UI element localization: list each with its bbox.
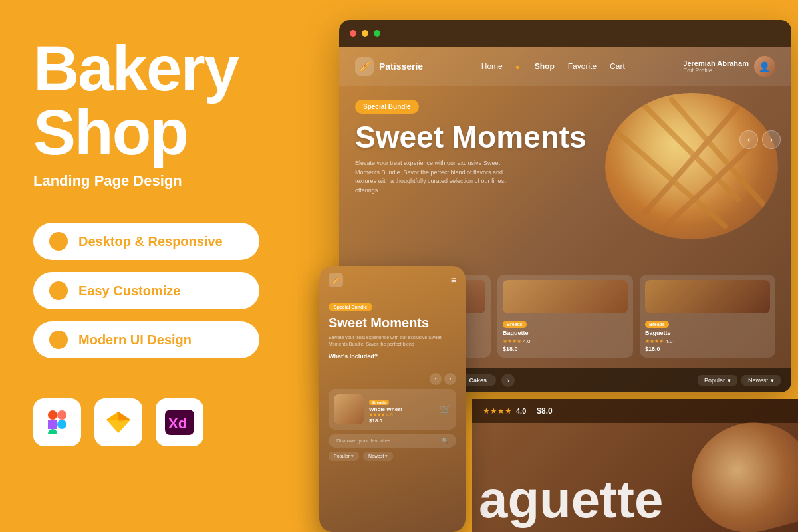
mobile-search-bar[interactable]: Discover your favorites... 🔍	[329, 434, 456, 448]
user-subtitle: Edit Profile	[683, 67, 749, 74]
feature-pill-modern: Modern UI Design	[33, 321, 259, 358]
mobile-mockup: 🥖 ≡ Special Bundle Sweet Moments Elevate…	[319, 266, 466, 532]
product-badge-2: Breads	[645, 321, 669, 328]
hero-description: Elevate your treat experience with our e…	[355, 159, 515, 195]
mobile-product-info: Breads Whole Wheat ★★★★ 4.0 $18.0	[369, 394, 434, 424]
svg-rect-1	[57, 410, 66, 420]
product-price-1: $18.0	[503, 346, 628, 352]
nav-user: Jeremiah Abraham Edit Profile 👤	[683, 56, 775, 77]
mobile-product-name: Whole Wheat	[369, 406, 434, 412]
product-stars-2: ★★★★ 4.0	[645, 338, 770, 344]
mobile-arrows: ‹ ›	[319, 373, 466, 385]
sort-newest[interactable]: Newest ▾	[741, 375, 781, 386]
nav-cart[interactable]: Cart	[610, 62, 625, 71]
nav-favorite[interactable]: Favorite	[568, 62, 597, 71]
hero-badge: Special Bundle	[355, 100, 419, 114]
sort-popular-chevron: ▾	[728, 377, 731, 384]
product-stars-1: ★★★★ 4.0	[503, 338, 628, 344]
sketch-icon-container	[94, 398, 142, 446]
mobile-product-rating: 4.0	[386, 412, 393, 417]
product-image-2	[645, 280, 770, 313]
feature-label-desktop: Desktop & Responsive	[78, 234, 223, 249]
page-title: Bakery Shop	[33, 37, 299, 164]
tool-icons-row: Xd	[33, 398, 299, 446]
mobile-prev[interactable]: ‹	[430, 373, 442, 385]
product-rating-2: 4.0	[665, 338, 672, 344]
svg-text:Xd: Xd	[168, 415, 187, 432]
product-name-2: Baguette	[645, 330, 770, 336]
mobile-product-cart[interactable]: 🛒	[440, 404, 451, 414]
mobile-section-title: What's Included?	[329, 353, 456, 360]
feature-label-modern: Modern UI Design	[78, 332, 192, 348]
mobile-product-price: $18.0	[369, 418, 434, 424]
nav-home[interactable]: Home	[481, 62, 503, 71]
pill-dot-desktop	[49, 232, 68, 251]
figma-logo	[48, 410, 66, 434]
mobile-title: Sweet Moments	[329, 315, 456, 331]
mobile-nav: 🥖 ≡	[319, 266, 466, 294]
svg-rect-0	[48, 410, 57, 420]
product-image-1	[503, 280, 628, 313]
product-rating-1: 4.0	[523, 338, 530, 344]
filter-next[interactable]: ›	[501, 374, 515, 387]
mobile-product-image	[334, 394, 364, 424]
xd-logo: Xd	[165, 410, 194, 435]
mobile-desc: Elevate your treat experience with our e…	[329, 334, 456, 348]
bottom-stars: ★★★★	[483, 406, 512, 416]
browser-dot-red	[350, 30, 356, 37]
mobile-sort-popular[interactable]: Popular ▾	[329, 452, 359, 461]
pill-dot-customize	[49, 281, 68, 300]
mobile-product-row: Breads Whole Wheat ★★★★ 4.0 $18.0 🛒	[329, 389, 456, 430]
baguette-image	[680, 410, 798, 532]
mobile-search-placeholder: Discover your favorites...	[336, 438, 395, 444]
hero-pie-image	[605, 93, 778, 239]
nav-shop[interactable]: Shop	[535, 62, 555, 71]
product-badge-1: Breads	[503, 321, 527, 328]
figma-icon-container	[33, 398, 81, 446]
feature-label-customize: Easy Customize	[78, 283, 180, 299]
rating-bar: ★★★★ 4.0 $8.0	[472, 399, 798, 423]
mobile-hero: Special Bundle Sweet Moments Elevate you…	[319, 294, 466, 370]
mobile-sort-newest[interactable]: Newest ▾	[363, 452, 393, 461]
user-name: Jeremiah Abraham	[683, 59, 749, 67]
next-arrow[interactable]: ›	[762, 130, 781, 149]
sort-newest-chevron: ▾	[771, 377, 774, 384]
baguette-text-label: aguette	[479, 470, 663, 529]
pie-lattice	[605, 93, 778, 239]
mobile-product-stars: ★★★★ 4.0	[369, 412, 434, 418]
feature-pill-customize: Easy Customize	[33, 272, 259, 309]
desktop-navbar: 🥖 Patisserie Home Shop Favorite Cart Jer…	[339, 47, 791, 86]
product-card-1: Breads Baguette ★★★★ 4.0 $18.0	[497, 275, 633, 358]
browser-dot-yellow	[362, 30, 368, 37]
svg-point-4	[57, 420, 66, 429]
mobile-badge: Special Bundle	[329, 303, 372, 311]
feature-pills-list: Desktop & Responsive Easy Customize Mode…	[33, 223, 299, 358]
bottom-rating: 4.0	[516, 407, 526, 415]
mobile-filter-row: Popular ▾ Newest ▾	[329, 452, 456, 461]
left-panel: Bakery Shop Landing Page Design Desktop …	[0, 0, 332, 532]
mobile-logo: 🥖	[329, 273, 343, 287]
prev-arrow[interactable]: ‹	[739, 130, 758, 149]
mobile-search-icon: 🔍	[442, 438, 448, 444]
mobile-next[interactable]: ›	[444, 373, 456, 385]
hero-section: Special Bundle Sweet Moments Elevate you…	[339, 86, 791, 208]
mobile-product-badge: Breads	[369, 400, 389, 405]
right-panel: 🥖 Patisserie Home Shop Favorite Cart Jer…	[319, 20, 798, 532]
browser-dot-green	[374, 30, 380, 37]
bottom-price: $8.0	[537, 406, 552, 416]
pill-dot-modern	[49, 331, 68, 349]
browser-bar	[339, 20, 791, 47]
nav-arrows: ‹ ›	[739, 130, 781, 149]
page-subtitle: Landing Page Design	[33, 172, 299, 190]
bottom-strip: ★★★★ 4.0 $8.0 aguette	[472, 399, 798, 532]
product-name-1: Baguette	[503, 330, 628, 336]
nav-links: Home Shop Favorite Cart	[481, 62, 625, 71]
mobile-menu-icon[interactable]: ≡	[451, 275, 456, 285]
product-card-2: Breads Baguette ★★★★ 4.0 $18.0	[640, 275, 775, 358]
feature-pill-desktop: Desktop & Responsive	[33, 223, 259, 260]
logo-icon: 🥖	[355, 57, 374, 76]
nav-logo: 🥖 Patisserie	[355, 57, 423, 76]
sort-popular[interactable]: Popular ▾	[698, 375, 737, 386]
nav-shop-dot	[516, 62, 521, 71]
user-avatar: 👤	[754, 56, 775, 77]
